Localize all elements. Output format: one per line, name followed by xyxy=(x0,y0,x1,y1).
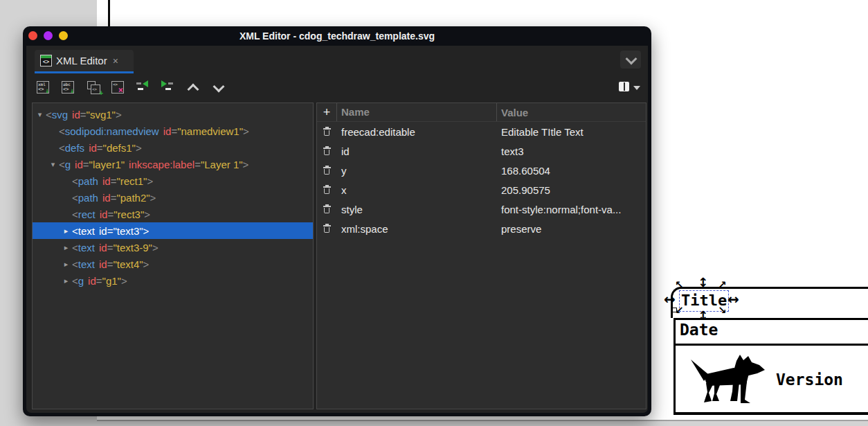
template-frame-left-border xyxy=(108,0,110,26)
delete-attribute-button[interactable] xyxy=(317,127,337,136)
attribute-value[interactable]: text3 xyxy=(497,145,646,157)
scale-bottom-handle-icon[interactable]: ↕ xyxy=(698,310,708,322)
add-attribute-button[interactable]: + xyxy=(317,103,337,121)
tree-row-g1[interactable]: ▸ <gid="g1"> xyxy=(33,272,313,289)
caret-collapsed-icon[interactable]: ▸ xyxy=(60,243,72,252)
xml-editor-window: XML Editor - cdog_techdraw_template.svg … xyxy=(23,26,651,416)
attribute-name[interactable]: x xyxy=(337,184,497,196)
delete-attribute-button[interactable] xyxy=(317,185,337,195)
tree-row-rect3[interactable]: <rectid="rect3"> xyxy=(33,206,313,222)
trash-icon xyxy=(323,127,331,136)
delete-attribute-button[interactable] xyxy=(317,146,337,156)
attribute-row[interactable]: y 168.60504 xyxy=(317,161,646,180)
tree-row-defs1[interactable]: <defsid="defs1"> xyxy=(33,139,313,156)
name-column-header: Name xyxy=(337,103,497,121)
template-version-text[interactable]: Version xyxy=(776,371,843,389)
xml-editor-icon xyxy=(40,55,52,66)
indent-node-button[interactable] xyxy=(161,80,176,95)
rotate-top-right-handle-icon[interactable]: ↗ xyxy=(718,280,727,290)
caret-expanded-icon[interactable]: ▾ xyxy=(47,160,59,169)
scale-left-handle-icon[interactable]: ↔ xyxy=(664,292,676,306)
attribute-row[interactable]: x 205.90575 xyxy=(317,180,646,199)
desktop: { "window": { "title": "XML Editor - cdo… xyxy=(0,0,868,426)
trash-icon xyxy=(323,146,331,156)
tree-row-path2[interactable]: <pathid="path2"> xyxy=(33,189,313,206)
attribute-value[interactable]: 168.60504 xyxy=(497,165,646,177)
delete-attribute-button[interactable] xyxy=(317,204,337,214)
attribute-name[interactable]: xml:space xyxy=(337,223,497,235)
delete-attribute-button[interactable] xyxy=(317,224,337,233)
attribute-row[interactable]: freecad:editable Editable TItle Text xyxy=(317,122,646,141)
dropdown-arrow-icon xyxy=(633,86,640,90)
trash-icon xyxy=(323,166,331,175)
attribute-value[interactable]: preserve xyxy=(497,223,646,235)
attribute-value[interactable]: font-style:normal;font-va... xyxy=(497,204,646,215)
attribute-row[interactable]: xml:space preserve xyxy=(317,219,646,238)
delete-attribute-button[interactable] xyxy=(317,166,337,175)
duplicate-node-button[interactable]: + xyxy=(87,80,101,95)
tree-row-text4[interactable]: ▸ <textid="text4"> xyxy=(33,256,313,272)
tab-xml-editor[interactable]: XML Editor × xyxy=(35,50,134,73)
attribute-name[interactable]: freecad:editable xyxy=(337,126,497,138)
trash-icon xyxy=(323,204,331,214)
rotate-bottom-right-handle-icon[interactable]: ↘ xyxy=(718,305,727,316)
selection-anchor-handle[interactable] xyxy=(672,308,677,312)
unindent-node-button[interactable] xyxy=(136,80,151,95)
tab-bar: XML Editor × xyxy=(26,46,648,73)
tab-overflow-button[interactable] xyxy=(620,51,641,69)
window-title: XML Editor - cdog_techdraw_template.svg xyxy=(23,26,651,46)
value-column-header: Value xyxy=(497,107,646,118)
editor-panels: ▾ <svgid="svg1"> <sodipodi:namedviewid="… xyxy=(32,103,647,409)
attribute-name[interactable]: id xyxy=(337,145,497,157)
rotate-top-left-handle-icon[interactable]: ↖ xyxy=(675,280,684,290)
xml-tree-panel[interactable]: ▾ <svgid="svg1"> <sodipodi:namedviewid="… xyxy=(32,103,314,409)
attribute-row[interactable]: style font-style:normal;font-va... xyxy=(317,199,646,219)
chevron-down-icon xyxy=(213,81,225,93)
tree-row-namedview1[interactable]: <sodipodi:namedviewid="namedview1"> xyxy=(33,123,313,139)
dog-silhouette xyxy=(691,354,771,408)
trash-icon xyxy=(323,224,331,233)
xml-toolbar: xml<>↓ abc<>↓ + <>× xyxy=(26,73,648,101)
columns-icon xyxy=(619,82,629,91)
template-date-text[interactable]: Date xyxy=(680,321,718,339)
caret-collapsed-icon[interactable]: ▸ xyxy=(60,276,72,285)
delete-node-button[interactable]: <>× xyxy=(111,80,126,95)
caret-expanded-icon[interactable]: ▾ xyxy=(34,110,46,119)
move-node-up-button[interactable] xyxy=(186,80,201,94)
attribute-row[interactable]: id text3 xyxy=(317,141,646,161)
chevron-down-icon xyxy=(626,53,638,65)
window-content: XML Editor × xml<>↓ abc<>↓ + <>× xyxy=(26,46,648,413)
attribute-name[interactable]: style xyxy=(337,204,497,215)
attributes-header: + Name Value xyxy=(317,103,646,122)
attribute-name[interactable]: y xyxy=(337,165,497,177)
tree-row-svg1[interactable]: ▾ <svgid="svg1"> xyxy=(33,106,313,123)
scale-right-handle-icon[interactable]: ↔ xyxy=(727,292,739,306)
caret-collapsed-icon[interactable]: ▸ xyxy=(60,260,72,269)
attributes-panel: + Name Value freecad:editable Editable T… xyxy=(316,103,647,409)
attribute-value[interactable]: Editable TItle Text xyxy=(497,126,646,138)
tree-row-text3-9[interactable]: ▸ <textid="text3-9"> xyxy=(33,239,313,256)
tree-row-layer1[interactable]: ▾ <gid="layer1"inkscape:label="Layer 1"> xyxy=(33,156,313,172)
trash-icon xyxy=(323,185,331,195)
attribute-value[interactable]: 205.90575 xyxy=(497,184,646,196)
titlebar[interactable]: XML Editor - cdog_techdraw_template.svg xyxy=(23,26,651,46)
tree-row-rect1[interactable]: <pathid="rect1"> xyxy=(33,172,313,189)
chevron-up-icon xyxy=(188,84,199,96)
columns-menu-button[interactable] xyxy=(619,80,642,94)
scale-top-handle-icon[interactable]: ↕ xyxy=(698,276,708,289)
move-node-down-button[interactable] xyxy=(212,80,227,94)
tab-label: XML Editor xyxy=(56,55,107,66)
caret-collapsed-icon[interactable]: ▸ xyxy=(60,227,72,236)
tab-close-icon[interactable]: × xyxy=(113,55,118,66)
tree-row-text3-selected[interactable]: ▸ <textid="text3"> xyxy=(33,222,313,239)
new-element-node-button[interactable]: xml<>↓ xyxy=(37,80,51,95)
new-text-node-button[interactable]: abc<>↓ xyxy=(62,80,76,95)
